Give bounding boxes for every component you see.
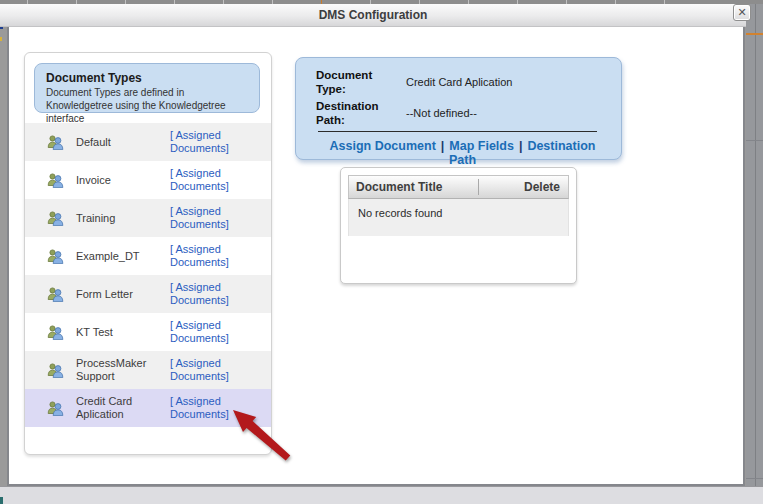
doc-type-name: Example_DT	[76, 250, 164, 263]
dms-dialog-body: Document Types Document Types are define…	[7, 27, 745, 486]
document-types-list: Default [ Assigned Documents] Invoice [ …	[25, 123, 271, 427]
assigned-documents-link[interactable]: [ Assigned Documents]	[170, 357, 240, 383]
document-types-description: Document Types are defined in Knowledget…	[46, 86, 249, 125]
document-type-value: Credit Card Aplication	[406, 66, 609, 97]
action-separator: |	[514, 139, 528, 153]
detail-actions: Assign Document|Map Fields|Destination P…	[316, 139, 609, 167]
group-icon	[47, 249, 67, 264]
doc-type-name: Invoice	[76, 174, 164, 187]
doc-type-row-example-dt[interactable]: Example_DT [ Assigned Documents]	[25, 237, 271, 275]
destination-path-label: Destination Path:	[316, 97, 400, 128]
destination-path-value: --Not defined--	[406, 97, 609, 128]
detail-divider	[318, 131, 597, 132]
doc-type-row-invoice[interactable]: Invoice [ Assigned Documents]	[25, 161, 271, 199]
doc-type-row-default[interactable]: Default [ Assigned Documents]	[25, 123, 271, 161]
document-types-title: Document Types	[46, 71, 249, 85]
assigned-documents-link[interactable]: [ Assigned Documents]	[170, 319, 240, 345]
group-icon	[47, 401, 67, 416]
assigned-documents-link[interactable]: [ Assigned Documents]	[170, 243, 240, 269]
assigned-documents-link[interactable]: [ Assigned Documents]	[170, 395, 240, 421]
group-icon	[47, 287, 67, 302]
dialog-titlebar[interactable]: DMS Configuration	[0, 4, 746, 27]
doc-type-row-form-letter[interactable]: Form Letter [ Assigned Documents]	[25, 275, 271, 313]
assigned-documents-table: Document Title Delete No records found	[340, 167, 577, 284]
assigned-documents-link[interactable]: [ Assigned Documents]	[170, 167, 240, 193]
table-empty-area	[348, 236, 569, 276]
table-header-row: Document Title Delete	[348, 175, 569, 199]
selected-doc-type-panel: Document Type: Credit Card Aplication De…	[295, 57, 622, 160]
doc-type-row-kt-test[interactable]: KT Test [ Assigned Documents]	[25, 313, 271, 351]
doc-type-name: Training	[76, 212, 164, 225]
close-icon[interactable]: ✕	[733, 4, 751, 21]
doc-type-name: Credit Card Aplication	[76, 395, 164, 421]
column-header-delete: Delete	[478, 179, 568, 195]
doc-type-row-processmaker-support[interactable]: ProcessMaker Support [ Assigned Document…	[25, 351, 271, 389]
document-types-panel: Document Types Document Types are define…	[24, 52, 272, 455]
document-types-header: Document Types Document Types are define…	[34, 63, 260, 113]
group-icon	[47, 325, 67, 340]
background-strip-bottom	[0, 486, 763, 504]
empty-records-row: No records found	[348, 199, 569, 236]
doc-type-row-credit-card-aplication[interactable]: Credit Card Aplication [ Assigned Docume…	[25, 389, 271, 427]
doc-type-name: KT Test	[76, 326, 164, 339]
group-icon	[47, 173, 67, 188]
group-icon	[47, 211, 67, 226]
group-icon	[47, 135, 67, 150]
background-grid-right	[746, 4, 763, 486]
action-separator: |	[436, 139, 450, 153]
dialog-title: DMS Configuration	[319, 8, 428, 22]
background-grid-left	[0, 27, 7, 486]
doc-type-name: ProcessMaker Support	[76, 357, 164, 383]
assigned-documents-link[interactable]: [ Assigned Documents]	[170, 129, 240, 155]
group-icon	[47, 363, 67, 378]
assign-document-link[interactable]: Assign Document	[330, 139, 436, 153]
doc-type-name: Default	[76, 136, 164, 149]
doc-type-row-training[interactable]: Training [ Assigned Documents]	[25, 199, 271, 237]
map-fields-link[interactable]: Map Fields	[449, 139, 514, 153]
assigned-documents-link[interactable]: [ Assigned Documents]	[170, 281, 240, 307]
assigned-documents-link[interactable]: [ Assigned Documents]	[170, 205, 240, 231]
column-header-document-title: Document Title	[349, 180, 478, 194]
document-type-label: Document Type:	[316, 66, 400, 97]
screen: DMS Configuration ✕ Document Types Docum…	[0, 0, 763, 504]
doc-type-name: Form Letter	[76, 288, 164, 301]
